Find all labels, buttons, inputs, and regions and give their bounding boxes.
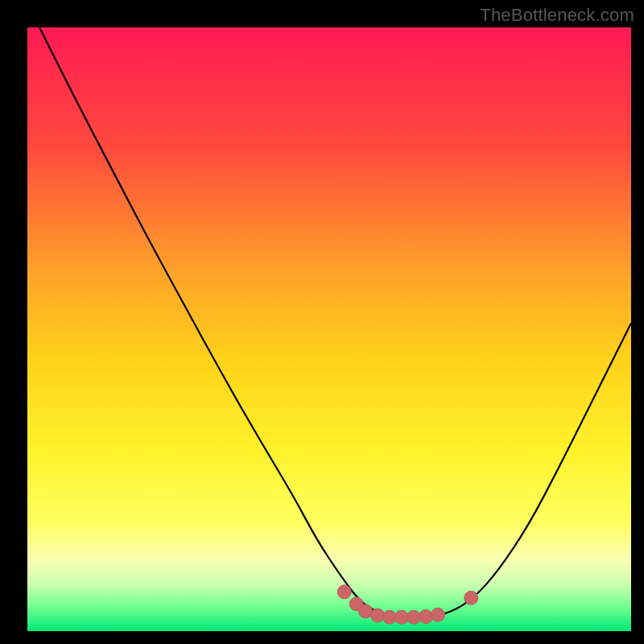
- bottleneck-chart: [27, 27, 631, 631]
- curve-marker: [337, 585, 351, 599]
- curve-marker: [431, 608, 445, 621]
- curve-marker: [395, 610, 409, 624]
- chart-frame: TheBottleneck.com: [0, 0, 644, 644]
- curve-marker: [464, 591, 478, 605]
- curve-marker: [371, 609, 385, 622]
- plot-background: [27, 27, 631, 631]
- curve-marker: [383, 610, 397, 624]
- watermark-text: TheBottleneck.com: [480, 5, 634, 26]
- curve-marker: [419, 610, 433, 624]
- curve-marker: [407, 610, 421, 624]
- curve-marker: [359, 605, 373, 618]
